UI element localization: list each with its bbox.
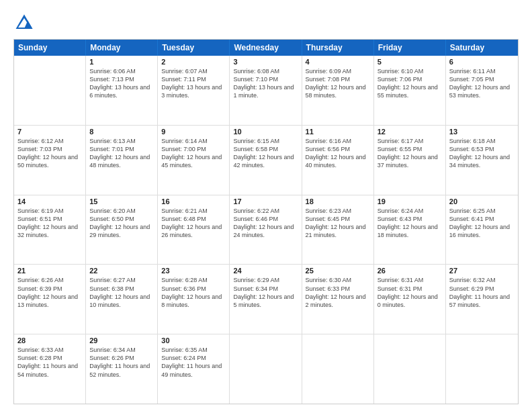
day-cell-30: 30Sunrise: 6:35 AM Sunset: 6:24 PM Dayli… bbox=[158, 334, 230, 404]
day-info: Sunrise: 6:09 AM Sunset: 7:08 PM Dayligh… bbox=[306, 67, 370, 100]
empty-cell bbox=[14, 56, 86, 125]
day-info: Sunrise: 6:17 AM Sunset: 6:55 PM Dayligh… bbox=[378, 137, 442, 170]
day-cell-19: 19Sunrise: 6:24 AM Sunset: 6:43 PM Dayli… bbox=[374, 195, 446, 265]
day-number: 12 bbox=[378, 128, 442, 136]
logo-icon bbox=[13, 12, 35, 34]
day-cell-9: 9Sunrise: 6:14 AM Sunset: 7:00 PM Daylig… bbox=[158, 126, 230, 195]
page: SundayMondayTuesdayWednesdayThursdayFrid… bbox=[0, 0, 532, 411]
empty-cell bbox=[446, 334, 518, 404]
week-row-4: 21Sunrise: 6:26 AM Sunset: 6:39 PM Dayli… bbox=[14, 264, 518, 334]
day-cell-22: 22Sunrise: 6:27 AM Sunset: 6:38 PM Dayli… bbox=[86, 265, 158, 334]
calendar-header: SundayMondayTuesdayWednesdayThursdayFrid… bbox=[14, 40, 518, 56]
day-info: Sunrise: 6:12 AM Sunset: 7:03 PM Dayligh… bbox=[17, 137, 82, 170]
day-info: Sunrise: 6:26 AM Sunset: 6:39 PM Dayligh… bbox=[17, 276, 82, 309]
day-cell-4: 4Sunrise: 6:09 AM Sunset: 7:08 PM Daylig… bbox=[302, 56, 374, 125]
day-info: Sunrise: 6:21 AM Sunset: 6:48 PM Dayligh… bbox=[161, 207, 226, 240]
day-number: 22 bbox=[89, 267, 154, 275]
weekday-header-saturday: Saturday bbox=[446, 40, 518, 56]
day-number: 10 bbox=[233, 128, 298, 136]
week-row-3: 14Sunrise: 6:19 AM Sunset: 6:51 PM Dayli… bbox=[14, 195, 518, 265]
week-row-1: 1Sunrise: 6:06 AM Sunset: 7:13 PM Daylig… bbox=[14, 56, 518, 125]
day-cell-15: 15Sunrise: 6:20 AM Sunset: 6:50 PM Dayli… bbox=[86, 195, 158, 265]
day-cell-7: 7Sunrise: 6:12 AM Sunset: 7:03 PM Daylig… bbox=[14, 126, 86, 195]
day-number: 25 bbox=[306, 267, 370, 275]
day-number: 4 bbox=[306, 58, 370, 66]
day-cell-28: 28Sunrise: 6:33 AM Sunset: 6:28 PM Dayli… bbox=[14, 334, 86, 404]
day-number: 21 bbox=[17, 267, 82, 275]
day-info: Sunrise: 6:33 AM Sunset: 6:28 PM Dayligh… bbox=[17, 346, 82, 379]
day-cell-13: 13Sunrise: 6:18 AM Sunset: 6:53 PM Dayli… bbox=[446, 126, 518, 195]
day-cell-8: 8Sunrise: 6:13 AM Sunset: 7:01 PM Daylig… bbox=[86, 126, 158, 195]
weekday-header-sunday: Sunday bbox=[14, 40, 86, 56]
day-info: Sunrise: 6:10 AM Sunset: 7:06 PM Dayligh… bbox=[378, 67, 442, 100]
day-info: Sunrise: 6:20 AM Sunset: 6:50 PM Dayligh… bbox=[89, 207, 154, 240]
day-number: 29 bbox=[89, 336, 154, 345]
day-number: 23 bbox=[161, 267, 226, 275]
day-info: Sunrise: 6:23 AM Sunset: 6:45 PM Dayligh… bbox=[306, 207, 370, 240]
day-cell-20: 20Sunrise: 6:25 AM Sunset: 6:41 PM Dayli… bbox=[446, 195, 518, 265]
day-cell-18: 18Sunrise: 6:23 AM Sunset: 6:45 PM Dayli… bbox=[302, 195, 374, 265]
day-info: Sunrise: 6:15 AM Sunset: 6:58 PM Dayligh… bbox=[233, 137, 298, 170]
week-row-2: 7Sunrise: 6:12 AM Sunset: 7:03 PM Daylig… bbox=[14, 125, 518, 195]
day-info: Sunrise: 6:22 AM Sunset: 6:46 PM Dayligh… bbox=[233, 207, 298, 240]
day-info: Sunrise: 6:28 AM Sunset: 6:36 PM Dayligh… bbox=[161, 276, 226, 309]
day-info: Sunrise: 6:14 AM Sunset: 7:00 PM Dayligh… bbox=[161, 137, 226, 170]
day-number: 8 bbox=[89, 128, 154, 136]
day-cell-29: 29Sunrise: 6:34 AM Sunset: 6:26 PM Dayli… bbox=[86, 334, 158, 404]
day-info: Sunrise: 6:31 AM Sunset: 6:31 PM Dayligh… bbox=[378, 276, 442, 309]
day-number: 26 bbox=[378, 267, 442, 275]
weekday-header-tuesday: Tuesday bbox=[158, 40, 230, 56]
day-cell-26: 26Sunrise: 6:31 AM Sunset: 6:31 PM Dayli… bbox=[374, 265, 446, 334]
day-cell-23: 23Sunrise: 6:28 AM Sunset: 6:36 PM Dayli… bbox=[158, 265, 230, 334]
day-info: Sunrise: 6:34 AM Sunset: 6:26 PM Dayligh… bbox=[89, 346, 154, 379]
day-cell-16: 16Sunrise: 6:21 AM Sunset: 6:48 PM Dayli… bbox=[158, 195, 230, 265]
day-number: 17 bbox=[233, 197, 298, 205]
calendar-body: 1Sunrise: 6:06 AM Sunset: 7:13 PM Daylig… bbox=[14, 56, 518, 404]
week-row-5: 28Sunrise: 6:33 AM Sunset: 6:28 PM Dayli… bbox=[14, 334, 518, 404]
day-cell-27: 27Sunrise: 6:32 AM Sunset: 6:29 PM Dayli… bbox=[446, 265, 518, 334]
day-number: 28 bbox=[17, 336, 82, 345]
day-info: Sunrise: 6:24 AM Sunset: 6:43 PM Dayligh… bbox=[378, 207, 442, 240]
day-info: Sunrise: 6:30 AM Sunset: 6:33 PM Dayligh… bbox=[306, 276, 370, 309]
day-info: Sunrise: 6:19 AM Sunset: 6:51 PM Dayligh… bbox=[17, 207, 82, 240]
day-number: 11 bbox=[306, 128, 370, 136]
day-cell-21: 21Sunrise: 6:26 AM Sunset: 6:39 PM Dayli… bbox=[14, 265, 86, 334]
day-cell-17: 17Sunrise: 6:22 AM Sunset: 6:46 PM Dayli… bbox=[230, 195, 302, 265]
day-info: Sunrise: 6:25 AM Sunset: 6:41 PM Dayligh… bbox=[449, 207, 515, 240]
empty-cell bbox=[374, 334, 446, 404]
day-info: Sunrise: 6:16 AM Sunset: 6:56 PM Dayligh… bbox=[306, 137, 370, 170]
day-number: 20 bbox=[449, 197, 515, 205]
day-number: 27 bbox=[449, 267, 515, 275]
day-cell-25: 25Sunrise: 6:30 AM Sunset: 6:33 PM Dayli… bbox=[302, 265, 374, 334]
day-number: 9 bbox=[161, 128, 226, 136]
day-number: 6 bbox=[449, 58, 515, 66]
day-cell-24: 24Sunrise: 6:29 AM Sunset: 6:34 PM Dayli… bbox=[230, 265, 302, 334]
day-info: Sunrise: 6:06 AM Sunset: 7:13 PM Dayligh… bbox=[89, 67, 154, 100]
day-number: 13 bbox=[449, 128, 515, 136]
day-cell-10: 10Sunrise: 6:15 AM Sunset: 6:58 PM Dayli… bbox=[230, 126, 302, 195]
day-cell-12: 12Sunrise: 6:17 AM Sunset: 6:55 PM Dayli… bbox=[374, 126, 446, 195]
day-info: Sunrise: 6:08 AM Sunset: 7:10 PM Dayligh… bbox=[233, 67, 298, 100]
day-number: 18 bbox=[306, 197, 370, 205]
logo bbox=[13, 12, 38, 34]
day-info: Sunrise: 6:32 AM Sunset: 6:29 PM Dayligh… bbox=[449, 276, 515, 309]
day-number: 19 bbox=[378, 197, 442, 205]
day-info: Sunrise: 6:07 AM Sunset: 7:11 PM Dayligh… bbox=[161, 67, 226, 100]
day-cell-5: 5Sunrise: 6:10 AM Sunset: 7:06 PM Daylig… bbox=[374, 56, 446, 125]
day-number: 15 bbox=[89, 197, 154, 205]
day-info: Sunrise: 6:35 AM Sunset: 6:24 PM Dayligh… bbox=[161, 346, 226, 379]
day-info: Sunrise: 6:13 AM Sunset: 7:01 PM Dayligh… bbox=[89, 137, 154, 170]
day-cell-1: 1Sunrise: 6:06 AM Sunset: 7:13 PM Daylig… bbox=[86, 56, 158, 125]
day-cell-14: 14Sunrise: 6:19 AM Sunset: 6:51 PM Dayli… bbox=[14, 195, 86, 265]
header bbox=[13, 12, 519, 34]
day-info: Sunrise: 6:11 AM Sunset: 7:05 PM Dayligh… bbox=[449, 67, 515, 100]
day-number: 3 bbox=[233, 58, 298, 66]
day-number: 2 bbox=[161, 58, 226, 66]
day-number: 1 bbox=[89, 58, 154, 66]
day-info: Sunrise: 6:27 AM Sunset: 6:38 PM Dayligh… bbox=[89, 276, 154, 309]
day-cell-11: 11Sunrise: 6:16 AM Sunset: 6:56 PM Dayli… bbox=[302, 126, 374, 195]
day-number: 24 bbox=[233, 267, 298, 275]
weekday-header-wednesday: Wednesday bbox=[230, 40, 302, 56]
day-number: 5 bbox=[378, 58, 442, 66]
day-number: 7 bbox=[17, 128, 82, 136]
